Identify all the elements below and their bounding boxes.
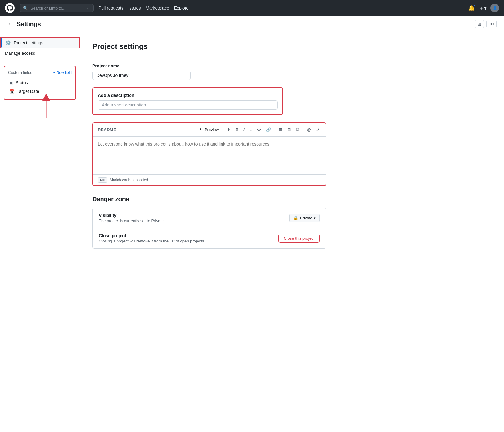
topnav-explore[interactable]: Explore [174, 6, 189, 10]
new-field-label: New field [57, 70, 72, 75]
new-field-button[interactable]: + New field [53, 70, 72, 75]
toolbar-divider-2 [275, 127, 275, 132]
toolbar-ol-button[interactable]: ⊟ [286, 127, 292, 133]
toolbar-i-button[interactable]: I [242, 127, 246, 133]
active-indicator [1, 38, 2, 48]
sidebar-project-settings-label: Project settings [14, 40, 43, 45]
status-field-label: Status [16, 80, 28, 85]
danger-zone-title: Danger zone [92, 196, 492, 203]
eye-icon: 👁 [199, 127, 203, 132]
content-title: Project settings [92, 42, 492, 56]
github-logo[interactable] [5, 3, 15, 13]
readme-title: README [98, 127, 116, 132]
project-name-label: Project name [92, 63, 492, 68]
readme-textarea[interactable] [93, 137, 326, 174]
visibility-btn-label: Private ▾ [300, 216, 316, 220]
visibility-desc: The project is currently set to Private. [99, 218, 165, 223]
visibility-label: Visibility [99, 213, 165, 218]
sidebar-item-manage-access[interactable]: Manage access [0, 48, 80, 58]
content-area: Project settings Project name Add a desc… [80, 32, 504, 432]
close-project-desc: Closing a project will remove it from th… [99, 239, 205, 243]
topnav-marketplace[interactable]: Marketplace [146, 6, 169, 10]
readme-section: README 👁 Preview H B I ≡ <> 🔗 ☰ ⊟ [92, 122, 326, 186]
danger-zone-box: Visibility The project is currently set … [92, 208, 326, 249]
gear-icon: ⚙️ [6, 40, 11, 45]
toolbar-mention-button[interactable]: @ [306, 127, 312, 133]
toolbar-divider-3 [303, 127, 303, 132]
top-navigation: 🔍 Search or jump to... / Pull requests I… [0, 0, 504, 16]
page-header: ← Settings ⊞ ••• [0, 16, 504, 32]
notification-bell[interactable]: 🔔 [468, 5, 475, 11]
toolbar-task-button[interactable]: ☑ [294, 127, 301, 133]
markdown-label: Markdown is supported [110, 178, 148, 182]
status-field-icon: ▣ [9, 80, 13, 85]
topnav-links: Pull requests Issues Marketplace Explore [98, 6, 189, 10]
search-box[interactable]: 🔍 Search or jump to... / [20, 4, 94, 12]
toolbar-ul-button[interactable]: ☰ [278, 127, 284, 133]
search-placeholder: Search or jump to... [30, 6, 65, 10]
notification-dot [473, 4, 475, 6]
page-title: Settings [17, 21, 41, 28]
toolbar-h-button[interactable]: H [226, 127, 232, 133]
custom-fields-header: Custom fields + New field [8, 70, 72, 75]
danger-zone: Danger zone Visibility The project is cu… [92, 196, 492, 249]
visibility-row: Visibility The project is currently set … [93, 208, 326, 228]
visibility-button[interactable]: 🔒 Private ▾ [289, 214, 320, 222]
custom-fields-title: Custom fields [8, 70, 32, 75]
description-input[interactable] [98, 100, 278, 110]
sidebar: ⚙️ Project settings Manage access Custom… [0, 32, 80, 432]
page-header-left: ← Settings [7, 21, 41, 28]
toolbar-link-button[interactable]: 🔗 [265, 127, 272, 133]
target-date-field-icon: 📅 [9, 89, 14, 94]
markdown-badge: MD [98, 177, 107, 183]
search-kbd: / [86, 6, 90, 10]
search-icon: 🔍 [23, 6, 28, 10]
sidebar-divider [0, 62, 80, 62]
layout-toggle-button[interactable]: ⊞ [475, 20, 484, 28]
description-label: Add a description [98, 93, 278, 98]
toolbar-quote-button[interactable]: ≡ [248, 127, 253, 133]
main-layout: ⚙️ Project settings Manage access Custom… [0, 32, 504, 432]
custom-fields-section: Custom fields + New field ▣ Status 📅 Tar… [4, 66, 76, 100]
sidebar-item-project-settings[interactable]: ⚙️ Project settings [0, 37, 80, 48]
close-project-label: Close project [99, 233, 205, 238]
readme-header: README 👁 Preview H B I ≡ <> 🔗 ☰ ⊟ [93, 123, 326, 137]
topnav-pull-requests[interactable]: Pull requests [98, 6, 123, 10]
close-project-info: Close project Closing a project will rem… [99, 233, 205, 243]
toolbar-b-button[interactable]: B [234, 127, 240, 133]
visibility-info: Visibility The project is currently set … [99, 213, 165, 223]
toolbar-code-button[interactable]: <> [255, 127, 262, 133]
topnav-issues[interactable]: Issues [128, 6, 141, 10]
preview-label: Preview [205, 127, 219, 132]
lock-icon: 🔒 [293, 216, 298, 220]
manage-access-label: Manage access [5, 51, 35, 56]
close-project-button[interactable]: Close this project [278, 234, 320, 243]
plus-icon: + [53, 70, 55, 75]
page-header-actions: ⊞ ••• [475, 20, 497, 28]
custom-field-status[interactable]: ▣ Status [8, 78, 72, 87]
target-date-field-label: Target Date [17, 89, 39, 94]
project-name-input[interactable] [92, 71, 191, 80]
description-section: Add a description [92, 87, 283, 115]
add-button[interactable]: ＋▾ [478, 4, 487, 12]
more-options-button[interactable]: ••• [486, 20, 497, 28]
toolbar-reference-button[interactable]: ↗ [315, 127, 321, 133]
avatar[interactable]: 👤 [490, 4, 499, 12]
toolbar-divider-1 [224, 127, 224, 132]
close-project-row: Close project Closing a project will rem… [93, 228, 326, 248]
custom-field-target-date[interactable]: 📅 Target Date [8, 87, 72, 96]
topnav-right: 🔔 ＋▾ 👤 [468, 4, 499, 12]
back-button[interactable]: ← [7, 21, 13, 27]
preview-button[interactable]: 👁 Preview [196, 126, 221, 133]
readme-footer: MD Markdown is supported [93, 174, 326, 185]
project-name-section: Project name [92, 63, 492, 80]
